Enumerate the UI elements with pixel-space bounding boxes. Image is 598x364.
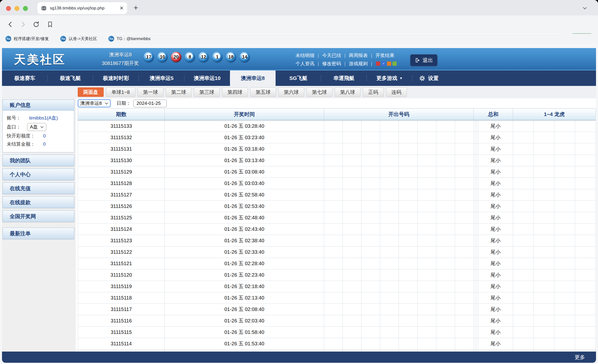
header-link[interactable]: 修改密码 xyxy=(322,60,341,68)
cell-dragon-tiger xyxy=(575,281,596,292)
cell-dragon-tiger xyxy=(575,143,596,155)
cell-number xyxy=(418,132,436,143)
bookmark-button[interactable] xyxy=(46,21,54,28)
cell-number xyxy=(343,155,362,166)
nav-item-6[interactable]: 澳洲幸运8 xyxy=(230,70,276,86)
new-tab-button[interactable]: + xyxy=(134,4,138,12)
nav-item-7[interactable]: SG飞艇 xyxy=(276,70,321,86)
cell-dragon-tiger xyxy=(513,235,534,246)
cell-number xyxy=(343,292,362,304)
table-header-row: 期数 开奖时间 开出号码 总和 1~4 龙虎 xyxy=(78,109,596,121)
nav-item-9[interactable]: 更多游戏▼ xyxy=(367,70,412,86)
cell-sum: 尾小 xyxy=(478,120,513,132)
date-input[interactable] xyxy=(133,100,167,107)
cell-dragon-tiger xyxy=(534,132,554,143)
close-window-button[interactable] xyxy=(6,6,11,11)
back-button[interactable] xyxy=(6,21,14,28)
cell-dragon-tiger xyxy=(534,155,554,166)
theme-color-swatch[interactable] xyxy=(376,61,380,66)
header-link[interactable]: 今天已结 xyxy=(322,51,341,60)
header-link[interactable]: 游戏规则 xyxy=(349,60,368,68)
lottery-ball-icon: 20 xyxy=(171,52,181,62)
table-row: 3111513001-26 五 03:13:40尾小 xyxy=(78,155,596,166)
cell-number xyxy=(380,327,399,338)
minimize-window-button[interactable] xyxy=(14,6,19,11)
theme-color-swatch[interactable] xyxy=(387,61,391,66)
bet-type-tab-4[interactable]: 第二球 xyxy=(166,87,192,97)
bet-type-tab-5[interactable]: 第三球 xyxy=(194,87,220,97)
cell-number xyxy=(418,304,436,315)
bet-type-tab-10[interactable]: 第八球 xyxy=(335,87,361,97)
sidebar-button-2[interactable]: 个人中心 xyxy=(2,169,74,180)
cell-number xyxy=(324,269,343,281)
theme-color-swatch[interactable]: ✓ xyxy=(381,61,386,66)
header-link[interactable]: 两周报表 xyxy=(349,51,368,60)
cell-number xyxy=(418,212,436,224)
cell-number xyxy=(343,269,362,281)
table-row: 3111512801-26 五 03:03:40尾小 xyxy=(78,178,596,189)
tab-search-chevron-icon[interactable] xyxy=(582,5,588,11)
cell-sum: 尾小 xyxy=(478,338,513,350)
tab-close-icon[interactable]: ✕ xyxy=(120,5,124,11)
sidebar-button-6[interactable]: 最新注单 xyxy=(2,228,74,239)
header-link[interactable]: 未结明细 xyxy=(296,51,314,60)
game-select-value: 澳洲幸运8 xyxy=(80,100,102,107)
cell-number xyxy=(399,166,418,178)
cell-number xyxy=(343,315,362,327)
cell-number xyxy=(436,246,455,258)
nav-item-1[interactable]: 极速赛车 xyxy=(2,70,48,86)
bet-type-tab-11[interactable]: 正码 xyxy=(363,87,384,97)
cell-number xyxy=(362,269,380,281)
cell-number xyxy=(399,155,418,166)
forward-button[interactable] xyxy=(19,21,27,28)
sidebar-button-4[interactable]: 在线提款 xyxy=(2,196,74,208)
cell-number xyxy=(343,132,362,143)
sidebar-button-5[interactable]: 全国开奖网 xyxy=(2,210,74,222)
cell-number xyxy=(399,269,418,281)
bet-type-tabs: 两面盘单球1~8第一球第二球第三球第四球第五球第六球第七球第八球正码连码 xyxy=(78,87,407,97)
theme-color-swatch[interactable] xyxy=(392,61,397,66)
nav-item-3[interactable]: 极速时时彩 xyxy=(93,70,139,86)
cell-time: 01-26 五 01:53:40 xyxy=(165,338,324,350)
game-select[interactable]: 澳洲幸运8 xyxy=(78,99,111,107)
cell-time: 01-26 五 03:03:40 xyxy=(165,178,324,189)
cell-number xyxy=(455,292,474,304)
nav-item-2[interactable]: 极速飞艇 xyxy=(48,70,93,86)
lottery-ball-icon: 12 xyxy=(198,52,209,62)
nav-item-8[interactable]: 幸運飛艇 xyxy=(321,70,367,86)
caret-down-icon: ▼ xyxy=(399,76,403,80)
bookmark-item[interactable]: TmTG：@tianmeibbs xyxy=(108,36,150,42)
bookmark-item[interactable]: Tm认准->天美社区 xyxy=(60,36,97,42)
bet-type-tab-1[interactable]: 两面盘 xyxy=(78,87,104,97)
cell-number xyxy=(343,246,362,258)
bet-type-tab-12[interactable]: 连码 xyxy=(386,87,407,97)
cell-time: 01-26 五 02:03:40 xyxy=(165,315,324,327)
cell-number xyxy=(380,258,399,269)
sidebar-button-1[interactable]: 我的团队 xyxy=(2,155,74,166)
cell-dragon-tiger xyxy=(575,315,596,327)
nav-item-4[interactable]: 澳洲幸运5 xyxy=(139,70,184,86)
nav-item-5[interactable]: 澳洲幸运10 xyxy=(184,70,230,86)
browser-tab[interactable]: sg138.timibbs.vip/uxj/top.php ✕ xyxy=(37,2,127,14)
sidebar-button-3[interactable]: 在线充值 xyxy=(2,182,74,194)
cell-number xyxy=(380,304,399,315)
cell-period: 31115116 xyxy=(78,315,165,327)
cell-period: 31115117 xyxy=(78,304,165,315)
board-select[interactable]: A盘 xyxy=(27,123,46,131)
header-link[interactable]: 开奖结果 xyxy=(375,51,394,60)
cell-dragon-tiger xyxy=(513,246,534,258)
more-link[interactable]: 更多 xyxy=(575,354,585,360)
bet-type-tab-9[interactable]: 第七球 xyxy=(306,87,332,97)
logout-button[interactable]: 退出 xyxy=(410,54,438,66)
zoom-window-button[interactable] xyxy=(23,6,28,11)
bet-type-tab-7[interactable]: 第五球 xyxy=(250,87,276,97)
bet-type-tab-8[interactable]: 第六球 xyxy=(278,87,304,97)
cell-number xyxy=(418,327,436,338)
bookmark-item[interactable]: Tm程序搭建/开发/修复 xyxy=(5,36,49,42)
nav-item-settings[interactable]: 设置 xyxy=(412,70,445,86)
bet-type-tab-3[interactable]: 第一球 xyxy=(138,87,163,97)
header-link[interactable]: 个人资讯 xyxy=(296,60,314,68)
reload-button[interactable] xyxy=(32,21,40,28)
bet-type-tab-2[interactable]: 单球1~8 xyxy=(106,87,135,97)
bet-type-tab-6[interactable]: 第四球 xyxy=(222,87,248,97)
